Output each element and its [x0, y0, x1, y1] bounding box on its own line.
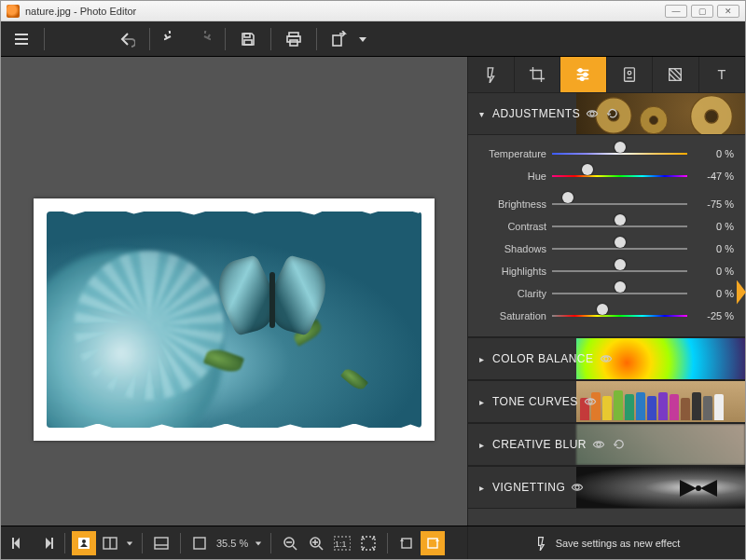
- slider-track[interactable]: [552, 169, 687, 184]
- print-icon[interactable]: [281, 26, 307, 52]
- section-creative-blur-header[interactable]: ▸ CREATIVE BLUR: [468, 423, 745, 466]
- slider-hue: Hue -47 %: [468, 165, 734, 187]
- expand-icon: ▸: [479, 483, 487, 493]
- slider-thumb[interactable]: [615, 142, 626, 153]
- slider-thumb[interactable]: [615, 237, 626, 248]
- tab-retouch[interactable]: [607, 57, 654, 92]
- tab-text[interactable]: T: [699, 57, 746, 92]
- zoom-fit-icon[interactable]: [356, 531, 380, 555]
- tab-textures[interactable]: [653, 57, 699, 92]
- svg-marker-31: [700, 480, 717, 497]
- export-icon[interactable]: [326, 26, 352, 52]
- section-tone-curves-header[interactable]: ▸ TONE CURVES: [468, 380, 745, 423]
- svg-rect-4: [244, 40, 252, 45]
- svg-line-51: [319, 546, 323, 550]
- view-split-icon[interactable]: [98, 531, 122, 555]
- svg-rect-58: [428, 539, 437, 548]
- section-color-balance-header[interactable]: ▸ COLOR BALANCE: [468, 337, 745, 380]
- slider-label: Highlights: [468, 266, 552, 277]
- slider-thumb[interactable]: [597, 304, 608, 315]
- redo-icon[interactable]: [189, 26, 215, 52]
- svg-rect-8: [333, 35, 341, 46]
- collapse-icon: ▾: [479, 109, 487, 119]
- slider-value: 0 %: [687, 266, 734, 277]
- zoom-level: 35.5 %: [213, 538, 252, 549]
- window-title: nature.jpg - Photo Editor: [25, 6, 136, 17]
- slider-thumb[interactable]: [615, 259, 626, 270]
- section-color-balance-label: COLOR BALANCE: [492, 352, 594, 365]
- slider-track[interactable]: [552, 308, 687, 323]
- view-single-icon[interactable]: [72, 531, 96, 555]
- section-adjustments-header[interactable]: ▾ ADJUSTMENTS: [468, 92, 745, 135]
- visibility-icon[interactable]: [590, 436, 607, 453]
- visibility-icon[interactable]: [598, 350, 615, 367]
- zoom-100-icon[interactable]: 1:1: [330, 531, 354, 555]
- panel-body: ▾ ADJUSTMENTS Temperature 0 % Hue -47 %: [468, 92, 745, 526]
- tab-adjustments[interactable]: [560, 57, 607, 92]
- svg-point-29: [597, 443, 601, 446]
- reset-icon[interactable]: [611, 436, 628, 453]
- menu-icon[interactable]: [8, 26, 35, 52]
- visibility-icon[interactable]: [584, 105, 601, 122]
- zoom-in-icon[interactable]: [304, 531, 328, 555]
- slider-track[interactable]: [552, 146, 687, 161]
- slider-thumb[interactable]: [615, 281, 626, 293]
- right-panel: T ▾ ADJUSTMENTS Temper: [467, 57, 745, 526]
- svg-marker-34: [14, 538, 20, 549]
- svg-marker-46: [256, 541, 261, 545]
- slider-label: Clarity: [468, 288, 552, 299]
- save-icon[interactable]: [235, 26, 261, 52]
- slider-thumb[interactable]: [582, 164, 593, 175]
- prev-image-icon[interactable]: [7, 531, 32, 555]
- svg-rect-7: [290, 40, 297, 46]
- undo-icon[interactable]: [159, 26, 186, 52]
- slider-track[interactable]: [552, 219, 687, 234]
- close-button[interactable]: ✕: [717, 5, 739, 18]
- slider-value: -75 %: [687, 198, 734, 210]
- save-as-effect-button[interactable]: Save settings as new effect: [467, 526, 745, 559]
- slider-track[interactable]: [552, 241, 687, 256]
- adjustments-panel: Temperature 0 % Hue -47 % Brightness -75…: [468, 135, 745, 337]
- slider-temperature: Temperature 0 %: [468, 143, 734, 165]
- canvas-area[interactable]: [1, 57, 467, 526]
- slider-value: -47 %: [687, 171, 734, 182]
- section-vignetting-label: VIGNETTING: [492, 481, 565, 494]
- fit-screen-icon[interactable]: [187, 531, 212, 555]
- slider-track[interactable]: [552, 286, 687, 301]
- image-canvas[interactable]: [34, 198, 435, 441]
- slider-value: 0 %: [687, 148, 734, 159]
- slider-track[interactable]: [552, 264, 687, 279]
- svg-line-48: [293, 546, 297, 550]
- export-dropdown-icon[interactable]: [356, 26, 369, 52]
- undo-all-icon[interactable]: [114, 26, 140, 52]
- svg-point-32: [696, 485, 701, 491]
- rotate-right-icon[interactable]: [421, 531, 445, 555]
- slider-thumb[interactable]: [562, 192, 573, 203]
- maximize-button[interactable]: ▢: [691, 5, 713, 18]
- zoom-dropdown-icon[interactable]: [253, 531, 264, 555]
- slider-track[interactable]: [552, 197, 687, 212]
- rotate-left-icon[interactable]: [394, 531, 419, 555]
- section-vignetting-header[interactable]: ▸ VIGNETTING: [468, 466, 745, 509]
- visibility-icon[interactable]: [569, 479, 586, 496]
- zoom-out-icon[interactable]: [278, 531, 302, 555]
- histogram-icon[interactable]: [149, 531, 173, 555]
- slider-value: 0 %: [687, 243, 734, 254]
- save-as-effect-label: Save settings as new effect: [556, 538, 681, 549]
- svg-marker-42: [127, 541, 132, 545]
- next-image-icon[interactable]: [34, 531, 58, 555]
- slider-contrast: Contrast 0 %: [468, 215, 734, 238]
- slider-highlights: Highlights 0 %: [468, 260, 734, 282]
- slider-shadows: Shadows 0 %: [468, 238, 734, 260]
- svg-rect-43: [155, 538, 168, 549]
- tab-effects[interactable]: [468, 57, 515, 92]
- svg-marker-36: [46, 538, 51, 549]
- slider-value: -25 %: [687, 310, 734, 321]
- view-split-dropdown-icon[interactable]: [124, 531, 135, 555]
- reset-icon[interactable]: [604, 105, 621, 122]
- svg-point-15: [581, 77, 585, 81]
- tab-crop[interactable]: [515, 57, 561, 92]
- visibility-icon[interactable]: [582, 393, 599, 410]
- minimize-button[interactable]: —: [665, 5, 687, 18]
- slider-thumb[interactable]: [615, 214, 626, 225]
